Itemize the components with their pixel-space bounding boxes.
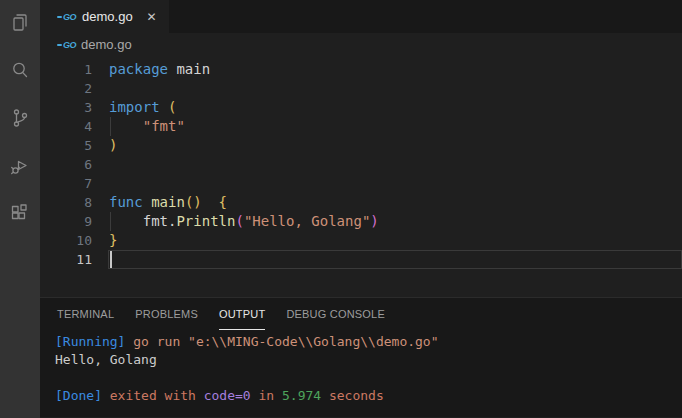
panel-tab-problems[interactable]: PROBLEMS — [135, 298, 198, 330]
token: func — [109, 194, 143, 210]
output-line — [55, 369, 682, 387]
token: package — [109, 61, 168, 77]
extensions-button[interactable] — [0, 192, 40, 240]
code-line[interactable]: 7 — [40, 174, 682, 193]
line-number: 7 — [40, 174, 92, 193]
line-number: 11 — [40, 250, 92, 269]
token — [202, 194, 219, 210]
token: 5.974 — [282, 388, 321, 403]
token: () — [185, 194, 202, 210]
output-line: [Done] exited with code=0 in 5.974 secon… — [55, 387, 682, 405]
code-line[interactable]: 6 — [40, 155, 682, 174]
panel-tab-output[interactable]: OUTPUT — [219, 298, 265, 330]
line-number: 6 — [40, 155, 92, 174]
code-line[interactable]: 8func main() { — [40, 193, 682, 212]
token: ) — [370, 213, 378, 229]
token: "Hello, Golang" — [244, 213, 370, 229]
token: Hello, Golang — [55, 352, 157, 367]
output-line: [Running] go run "e:\\MING-Code\\Golang\… — [55, 333, 682, 351]
tab-label: demo.go — [82, 9, 133, 24]
panel-tabs: TERMINALPROBLEMSOUTPUTDEBUG CONSOLE — [40, 298, 682, 330]
code-line[interactable]: 9 fmt.Println("Hello, Golang") — [40, 212, 682, 231]
code-text: } — [109, 231, 117, 250]
panel-tab-terminal[interactable]: TERMINAL — [57, 298, 114, 330]
search-icon — [8, 58, 32, 86]
vscode-window: GO demo.go ✕ GO demo.go 1package main23i… — [0, 0, 682, 418]
output-content[interactable]: [Running] go run "e:\\MING-Code\\Golang\… — [40, 330, 682, 405]
code-text: "fmt" — [109, 117, 185, 136]
line-number: 2 — [40, 79, 92, 98]
code-line[interactable]: 2 — [40, 79, 682, 98]
token: main — [168, 61, 210, 77]
current-line-highlight — [108, 250, 682, 269]
token: Println — [176, 213, 235, 229]
code-text: package main — [109, 60, 210, 79]
line-number: 10 — [40, 231, 92, 250]
code-line[interactable]: 3import ( — [40, 98, 682, 117]
source-control-button[interactable] — [0, 96, 40, 144]
go-file-icon: GO — [57, 12, 76, 22]
text-cursor — [110, 251, 112, 268]
tab-demo-go[interactable]: GO demo.go ✕ — [40, 0, 169, 33]
token: main — [151, 194, 185, 210]
source-control-icon — [8, 106, 32, 134]
token: { — [219, 194, 227, 210]
extensions-icon — [8, 202, 32, 230]
token: } — [109, 232, 117, 248]
code-text: import ( — [109, 98, 176, 117]
output-line: Hello, Golang — [55, 351, 682, 369]
token: code=0 — [204, 388, 251, 403]
code-lines: 1package main23import (4 "fmt"5)678func … — [40, 60, 682, 269]
indent-guide — [110, 212, 111, 231]
editor-group: GO demo.go ✕ GO demo.go 1package main23i… — [40, 0, 682, 418]
token: ) — [109, 137, 117, 153]
code-text: fmt.Println("Hello, Golang") — [109, 212, 379, 231]
code-line[interactable]: 1package main — [40, 60, 682, 79]
code-line[interactable]: 11 — [40, 250, 682, 269]
token: go run "e:\\MING-Code\\Golang\\demo.go" — [133, 334, 438, 349]
run-debug-button[interactable] — [0, 144, 40, 192]
token — [109, 118, 143, 134]
token — [143, 194, 151, 210]
code-text: ) — [109, 136, 117, 155]
explorer-button[interactable] — [0, 0, 40, 48]
token: ( — [168, 99, 176, 115]
panel-tab-debug-console[interactable]: DEBUG CONSOLE — [286, 298, 385, 330]
line-number: 8 — [40, 193, 92, 212]
token: exited with — [110, 388, 204, 403]
token: ( — [235, 213, 243, 229]
line-number: 4 — [40, 117, 92, 136]
line-number: 9 — [40, 212, 92, 231]
code-line[interactable]: 10} — [40, 231, 682, 250]
line-number: 1 — [40, 60, 92, 79]
token: in — [251, 388, 282, 403]
close-icon[interactable]: ✕ — [147, 11, 157, 23]
line-number: 5 — [40, 136, 92, 155]
files-icon — [8, 10, 32, 38]
bottom-panel: TERMINALPROBLEMSOUTPUTDEBUG CONSOLE [Run… — [40, 297, 682, 417]
indent-guide — [110, 117, 111, 136]
token: seconds — [321, 388, 384, 403]
activity-bar — [0, 0, 40, 418]
tab-bar: GO demo.go ✕ — [40, 0, 682, 33]
code-line[interactable]: 5) — [40, 136, 682, 155]
token: import — [109, 99, 160, 115]
search-button[interactable] — [0, 48, 40, 96]
line-number: 3 — [40, 98, 92, 117]
token — [160, 99, 168, 115]
code-editor[interactable]: 1package main23import (4 "fmt"5)678func … — [40, 56, 682, 297]
token: fmt. — [109, 213, 176, 229]
code-line[interactable]: 4 "fmt" — [40, 117, 682, 136]
token: [Done] — [55, 388, 110, 403]
run-debug-icon — [8, 154, 32, 182]
go-file-icon: GO — [57, 40, 76, 50]
breadcrumb: GO demo.go — [40, 33, 682, 56]
token: "fmt" — [143, 118, 185, 134]
token: [Running] — [55, 334, 133, 349]
breadcrumb-file[interactable]: demo.go — [81, 37, 132, 52]
code-text: func main() { — [109, 193, 227, 212]
